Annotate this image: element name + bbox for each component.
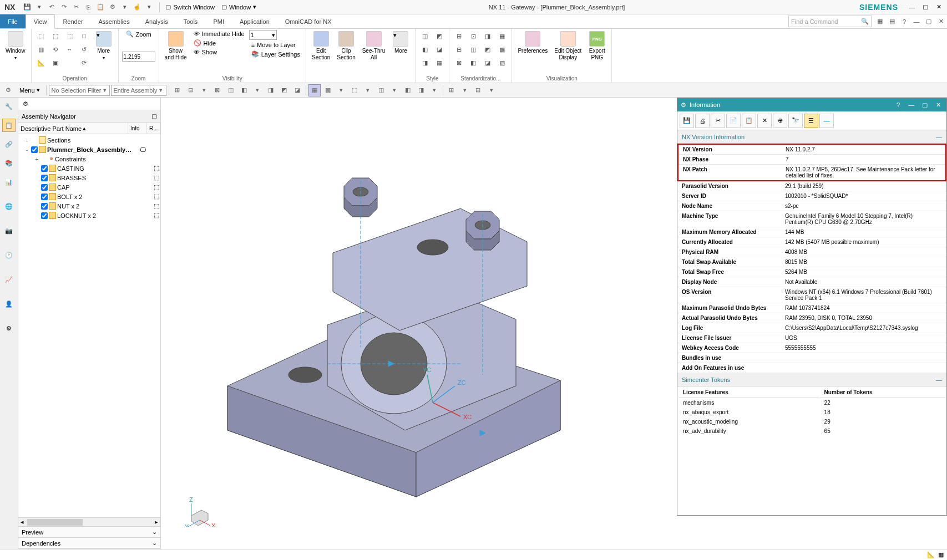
std-btn-2[interactable]: ⊟ bbox=[453, 43, 465, 55]
std-btn-12[interactable]: ▧ bbox=[496, 57, 508, 69]
tb-btn-22[interactable]: ▾ bbox=[459, 84, 471, 96]
selection-filter-dropdown[interactable]: No Selection Filter▾ bbox=[49, 85, 110, 96]
cut-icon[interactable]: ✂ bbox=[70, 2, 82, 13]
col-info[interactable]: Info bbox=[128, 123, 147, 134]
layer-settings-button[interactable]: 📚Layer Settings bbox=[249, 50, 302, 58]
refresh-icon[interactable]: ⟳ bbox=[78, 57, 90, 69]
tree-checkbox[interactable] bbox=[41, 165, 48, 172]
tokens-section-header[interactable]: Simcenter Tokens — bbox=[677, 373, 946, 386]
see-thru-button[interactable]: See-Thru All bbox=[360, 30, 388, 62]
collapse-icon[interactable]: — bbox=[936, 134, 942, 140]
window-button[interactable]: Window ▾ bbox=[3, 30, 28, 62]
tb-btn-4[interactable]: ⊠ bbox=[211, 84, 224, 96]
undo-icon[interactable]: ↶ bbox=[46, 2, 57, 13]
h-scrollbar[interactable]: ◂ ▸ bbox=[18, 517, 160, 526]
tab-render[interactable]: Render bbox=[55, 14, 90, 28]
tree-checkbox[interactable] bbox=[41, 184, 48, 191]
switch-window-button[interactable]: ▢ Switch Window bbox=[162, 3, 218, 11]
tree-row[interactable]: NUT x 2 ⬚ bbox=[18, 201, 160, 211]
menu-button[interactable]: Menu ▾ bbox=[16, 85, 44, 95]
qat-dropdown-icon[interactable]: ▾ bbox=[119, 2, 130, 13]
tb-btn-20[interactable]: ▾ bbox=[428, 84, 440, 96]
doc-close-button[interactable]: ✕ bbox=[935, 14, 947, 28]
tb-btn-5[interactable]: ◫ bbox=[225, 84, 237, 96]
more-button-2[interactable]: ▾More bbox=[389, 30, 412, 55]
tab-omnicad[interactable]: OmniCAD for NX bbox=[277, 14, 340, 28]
paste-icon[interactable]: 📋 bbox=[95, 2, 106, 13]
std-btn-1[interactable]: ⊞ bbox=[453, 30, 465, 42]
tb-btn-3[interactable]: ▾ bbox=[198, 84, 210, 96]
dropdown-icon[interactable]: ▾ bbox=[34, 2, 45, 13]
dlg-minimize-button[interactable]: — bbox=[907, 101, 916, 108]
tb-btn-16[interactable]: ◫ bbox=[375, 84, 387, 96]
tab-assemblies[interactable]: Assemblies bbox=[90, 14, 137, 28]
style-btn-3[interactable]: ◨ bbox=[419, 57, 431, 69]
tab-pmi[interactable]: PMI bbox=[205, 14, 232, 28]
zoom-button[interactable]: 🔍 Zoom bbox=[124, 30, 154, 38]
print-icon[interactable]: 🖨 bbox=[695, 114, 710, 128]
tab-view[interactable]: View bbox=[26, 14, 55, 29]
tree-row[interactable]: BOLT x 2 ⬚ bbox=[18, 192, 160, 201]
delete-icon[interactable]: ✕ bbox=[757, 114, 772, 128]
tab-analysis[interactable]: Analysis bbox=[138, 14, 176, 28]
list-view-icon[interactable]: ☰ bbox=[804, 114, 818, 128]
scroll-left-icon[interactable]: ◂ bbox=[18, 518, 26, 526]
std-btn-11[interactable]: ▩ bbox=[496, 43, 508, 55]
tb-btn-1[interactable]: ⊞ bbox=[171, 84, 184, 96]
part-navigator-icon[interactable]: 🔧 bbox=[2, 100, 16, 113]
reuse-library-icon[interactable]: 📚 bbox=[2, 156, 16, 170]
ribbon-btn1[interactable]: ▦ bbox=[874, 14, 886, 28]
doc-minimize-button[interactable]: — bbox=[910, 14, 923, 28]
move-to-layer-button[interactable]: ≡Move to Layer bbox=[249, 41, 302, 49]
window-dropdown[interactable]: ▢ Window ▾ bbox=[218, 3, 260, 11]
zoom-value-input[interactable] bbox=[122, 52, 155, 62]
style-btn-5[interactable]: ◪ bbox=[433, 43, 445, 55]
target-icon[interactable]: ⊕ bbox=[773, 114, 787, 128]
preview-section[interactable]: Preview⌄ bbox=[18, 527, 160, 538]
web-browser-icon[interactable]: 🌐 bbox=[2, 200, 16, 213]
pin-icon[interactable]: ▢ bbox=[151, 113, 157, 120]
tb-btn-13[interactable]: ▾ bbox=[335, 84, 347, 96]
op-btn-3[interactable]: 📐 bbox=[35, 57, 47, 69]
expand-icon[interactable]: - bbox=[24, 137, 30, 144]
touch-icon[interactable]: ☝ bbox=[131, 2, 143, 13]
tb-btn-2[interactable]: ⊟ bbox=[185, 84, 197, 96]
tree-row[interactable]: CAP ⬚ bbox=[18, 182, 160, 192]
dependencies-section[interactable]: Dependencies⌄ bbox=[18, 538, 160, 549]
op-btn-2[interactable]: ▥ bbox=[35, 43, 47, 55]
tb-btn-14[interactable]: ⬚ bbox=[348, 84, 361, 96]
tb-btn-23[interactable]: ⊟ bbox=[472, 84, 484, 96]
assembly-navigator-icon[interactable]: 📋 bbox=[2, 119, 16, 132]
find-command-input[interactable]: Find a Command 🔍 bbox=[788, 16, 872, 27]
process-studio-icon[interactable]: ⚙ bbox=[2, 322, 16, 335]
collapse-icon[interactable]: — bbox=[936, 376, 942, 383]
qat-btn[interactable]: ⚙ bbox=[107, 2, 118, 13]
status-icon-1[interactable]: 📐 bbox=[927, 551, 935, 558]
tb-btn-15[interactable]: ▾ bbox=[362, 84, 374, 96]
more-operation-button[interactable]: ▾ More ▾ bbox=[93, 30, 115, 62]
binoculars-icon[interactable]: 🔭 bbox=[788, 114, 803, 128]
edit-section-button[interactable]: Edit Section bbox=[310, 30, 332, 62]
copy-icon[interactable]: 📄 bbox=[726, 114, 741, 128]
style-btn-2[interactable]: ◧ bbox=[419, 43, 431, 55]
save-icon[interactable]: 💾 bbox=[22, 2, 33, 13]
std-btn-9[interactable]: ◪ bbox=[482, 57, 494, 69]
minimize-button[interactable]: — bbox=[906, 2, 918, 13]
scroll-thumb[interactable] bbox=[27, 519, 83, 526]
tree-row[interactable]: BRASSES ⬚ bbox=[18, 173, 160, 182]
std-btn-4[interactable]: ⊡ bbox=[467, 30, 479, 42]
tb-btn-9[interactable]: ◩ bbox=[278, 84, 290, 96]
col-name[interactable]: Descriptive Part Name ▴ bbox=[18, 123, 128, 134]
op-btn-9[interactable]: □ bbox=[78, 30, 90, 42]
history-icon[interactable]: 📷 bbox=[2, 224, 16, 237]
minus-icon[interactable]: — bbox=[819, 114, 834, 128]
clip-section-button[interactable]: Clip Section bbox=[335, 30, 357, 62]
tb-btn-18[interactable]: ◧ bbox=[402, 84, 414, 96]
tb-btn-17[interactable]: ▾ bbox=[388, 84, 401, 96]
tb-btn-21[interactable]: ⊞ bbox=[445, 84, 458, 96]
tb-btn-24[interactable]: ▾ bbox=[485, 84, 498, 96]
dlg-maximize-button[interactable]: ▢ bbox=[920, 101, 930, 109]
visual-reporting-icon[interactable]: 📈 bbox=[2, 273, 16, 286]
tree-checkbox[interactable] bbox=[41, 175, 48, 181]
std-btn-7[interactable]: ◨ bbox=[482, 30, 494, 42]
